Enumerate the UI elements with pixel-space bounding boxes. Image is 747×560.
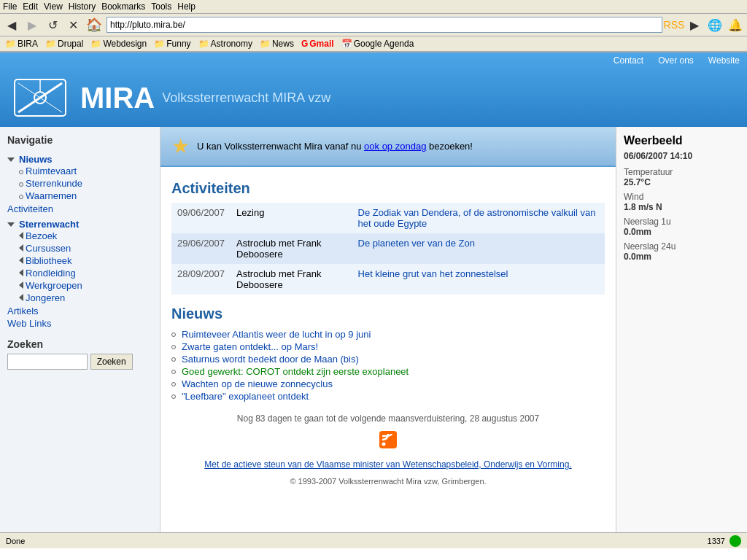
triangle-down-icon	[7, 158, 15, 162]
artikels-link[interactable]: Artikels	[7, 306, 39, 316]
bell-button[interactable]: 🔔	[727, 16, 744, 34]
footer-support-link[interactable]: Met de actieve steun van de Vlaamse mini…	[204, 459, 571, 470]
search-button[interactable]: Zoeken	[90, 354, 133, 370]
sidebar-item-sterrenkunde[interactable]: Sterrenkunde	[19, 177, 152, 190]
header-top-nav: Contact Over ons Website	[0, 52, 747, 69]
bookmark-astronomy[interactable]: 📁 Astronomy	[196, 38, 255, 50]
menu-file[interactable]: File	[3, 1, 17, 12]
activiteiten-link[interactable]: Activiteiten	[7, 203, 53, 214]
waarnemen-link[interactable]: Waarnemen	[26, 190, 77, 201]
bookmark-funny[interactable]: 📁 Funny	[152, 38, 193, 50]
nav-title: Navigatie	[7, 134, 152, 146]
bookmark-gmail[interactable]: G Gmail	[299, 38, 336, 50]
bezoek-link[interactable]: Bezoek	[26, 230, 57, 241]
menu-bar: File Edit View History Bookmarks Tools H…	[0, 0, 747, 14]
menu-view[interactable]: View	[44, 1, 63, 12]
website-link[interactable]: Website	[708, 55, 740, 66]
sidebar-item-activiteiten[interactable]: Activiteiten	[7, 203, 152, 215]
rss-button[interactable]: RSS	[665, 16, 683, 34]
ruimtevaart-link[interactable]: Ruimtevaart	[26, 166, 77, 176]
back-button[interactable]: ◀	[3, 16, 20, 34]
jongeren-link[interactable]: Jongeren	[26, 292, 65, 303]
activity-link-cell: Het kleine grut van het zonnestelsel	[352, 264, 605, 295]
sidebar-item-ruimtevaart[interactable]: Ruimtevaart	[19, 165, 152, 177]
nav-button[interactable]: ▶	[686, 16, 703, 34]
sidebar-item-nieuws[interactable]: Nieuws	[7, 154, 152, 165]
menu-help[interactable]: Help	[177, 1, 196, 12]
activity-link[interactable]: De Zodiak van Dendera, of de astronomisc…	[358, 207, 596, 229]
logo-box	[11, 76, 69, 120]
contact-link[interactable]: Contact	[614, 55, 643, 66]
bibliotheek-link[interactable]: Bibliotheek	[26, 255, 72, 266]
list-item: Wachten op de nieuwe zonnecyclus	[171, 378, 605, 390]
menu-edit[interactable]: Edit	[23, 1, 38, 12]
weather-row-temp: Temperatuur 25.7°C	[624, 167, 740, 187]
activity-date: 09/06/2007	[171, 203, 231, 233]
sidebar-item-cursussen[interactable]: Cursussen	[19, 242, 152, 254]
triangle-icon	[19, 244, 23, 252]
svg-point-6	[382, 443, 386, 446]
news-link[interactable]: Saturnus wordt bedekt door de Maan (bis)	[182, 354, 359, 365]
menu-history[interactable]: History	[69, 1, 96, 12]
stop-button[interactable]: ✕	[64, 16, 82, 34]
weather-value-wind: 1.8 m/s N	[624, 202, 740, 212]
sidebar-item-sterrenwacht[interactable]: Sterrenwacht	[7, 219, 152, 230]
activity-date: 29/06/2007	[171, 233, 231, 264]
rss-icon[interactable]	[171, 431, 605, 452]
cursussen-link[interactable]: Cursussen	[26, 243, 71, 254]
activity-link[interactable]: Het kleine grut van het zonnestelsel	[358, 268, 508, 279]
sterrenkunde-link[interactable]: Sterrenkunde	[26, 178, 82, 189]
bookmark-webdesign[interactable]: 📁 Webdesign	[88, 38, 149, 50]
over-ons-link[interactable]: Over ons	[658, 55, 694, 66]
activity-link[interactable]: De planeten ver van de Zon	[358, 238, 475, 249]
weather-label-wind: Wind	[624, 192, 740, 202]
search-input[interactable]	[7, 354, 88, 370]
sidebar-item-jongeren[interactable]: Jongeren	[19, 292, 152, 304]
sidebar-item-rondleiding[interactable]: Rondleiding	[19, 267, 152, 279]
reload-button[interactable]: ↺	[44, 16, 61, 34]
bookmark-news[interactable]: 📁 News	[258, 38, 296, 50]
rondleiding-link[interactable]: Rondleiding	[26, 268, 76, 279]
weather-value-neerslag24: 0.0mm	[624, 252, 740, 262]
weather-row-neerslag24: Neerslag 24u 0.0mm	[624, 241, 740, 262]
circle-icon	[171, 357, 176, 362]
news-link[interactable]: "Leefbare" exoplaneet ontdekt	[182, 391, 309, 402]
news-link[interactable]: Ruimteveer Atlantis weer de lucht in op …	[182, 329, 371, 340]
werkgroepen-link[interactable]: Werkgroepen	[26, 280, 82, 291]
list-item: Ruimteveer Atlantis weer de lucht in op …	[171, 328, 605, 341]
forward-button[interactable]: ▶	[23, 16, 41, 34]
news-link[interactable]: Wachten op de nieuwe zonnecyclus	[182, 378, 333, 389]
triangle-icon	[19, 232, 23, 239]
sidebar-item-artikels[interactable]: Artikels	[7, 305, 152, 317]
sidebar-item-weblinks[interactable]: Web Links	[7, 317, 152, 330]
announcement-text: U kan Volkssterrenwacht Mira vanaf nu oo…	[197, 141, 473, 152]
sidebar-item-waarnemen[interactable]: Waarnemen	[19, 190, 152, 202]
activities-table: 09/06/2007 Lezing De Zodiak van Dendera,…	[171, 203, 605, 295]
circle-icon	[19, 195, 23, 199]
nieuws-link[interactable]: Nieuws	[19, 154, 53, 165]
announcement-link[interactable]: ook op zondag	[364, 141, 426, 152]
status-text: Done	[6, 537, 25, 545]
bookmark-bira[interactable]: 📁 BIRA	[3, 38, 40, 50]
globe-button[interactable]: 🌐	[706, 16, 724, 34]
sidebar-item-bezoek[interactable]: Bezoek	[19, 230, 152, 242]
menu-tools[interactable]: Tools	[151, 1, 171, 12]
news-link[interactable]: Zwarte gaten ontdekt... op Mars!	[182, 341, 318, 352]
weather-label-temp: Temperatuur	[624, 167, 740, 177]
menu-bookmarks[interactable]: Bookmarks	[101, 1, 145, 12]
activities-title: Activiteiten	[171, 180, 605, 197]
sidebar-item-bibliotheek[interactable]: Bibliotheek	[19, 254, 152, 267]
table-row: 28/09/2007 Astroclub met Frank Deboosere…	[171, 264, 605, 295]
url-input[interactable]	[107, 17, 662, 33]
triangle-icon	[19, 257, 23, 264]
sidebar-item-werkgroepen[interactable]: Werkgroepen	[19, 279, 152, 292]
sterrenwacht-link[interactable]: Sterrenwacht	[19, 219, 79, 230]
footer-support: Met de actieve steun van de Vlaamse mini…	[171, 459, 605, 470]
activity-type: Astroclub met Frank Deboosere	[231, 264, 352, 295]
search-title: Zoeken	[7, 338, 152, 350]
triangle-icon	[19, 294, 23, 301]
news-link-highlighted[interactable]: Goed gewerkt: COROT ontdekt zijn eerste …	[182, 366, 409, 377]
bookmark-google-agenda[interactable]: 📅 Google Agenda	[339, 38, 417, 50]
weblinks-link[interactable]: Web Links	[7, 318, 51, 329]
bookmark-drupal[interactable]: 📁 Drupal	[43, 38, 85, 50]
